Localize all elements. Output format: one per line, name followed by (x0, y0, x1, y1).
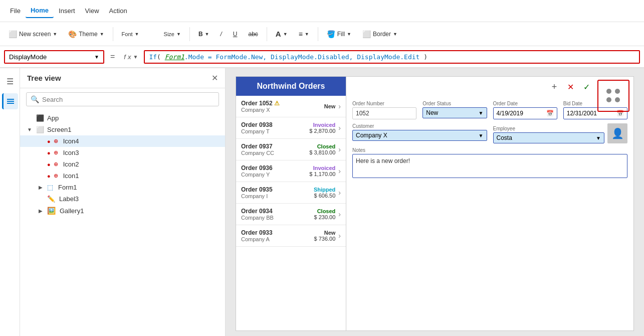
new-screen-caret: ▼ (53, 32, 57, 37)
fill-icon: 🪣 (327, 30, 335, 38)
add-button[interactable]: + (547, 80, 561, 94)
svg-rect-1 (7, 101, 14, 102)
notes-input[interactable]: Here is a new order! (352, 154, 627, 178)
tree-item-icon4[interactable]: ● ⊕ Icon4 (20, 135, 225, 147)
theme-button[interactable]: 🎨 Theme ▼ (64, 28, 108, 41)
underline-button[interactable]: U (229, 28, 242, 40)
employee-photo: 👤 (607, 123, 627, 143)
property-dropdown[interactable]: DisplayMode ▼ (4, 50, 104, 64)
icon3-add: ⊕ (54, 149, 58, 156)
order-item-0935[interactable]: Order 0935 Company I Shipped $ 606.50 › (236, 182, 346, 204)
align-button[interactable]: ≡ ▼ (294, 28, 314, 41)
order-item-0934[interactable]: Order 0934 Company BB Closed $ 230.00 › (236, 204, 346, 225)
main-layout: ☰ Tree view ✕ 🔍 ⬛ App (0, 68, 644, 336)
employee-select[interactable]: Costa ▼ (493, 132, 605, 143)
border-button[interactable]: ⬜ Border ▼ (358, 28, 402, 41)
sidebar-header: Tree view ✕ (20, 68, 225, 88)
menu-action[interactable]: Action (104, 4, 132, 18)
tree-item-form1[interactable]: ▶ ⬚ Form1 (20, 182, 225, 193)
bold-caret: ▼ (205, 32, 209, 37)
menu-file[interactable]: File (5, 4, 26, 18)
formula-input[interactable]: If( Form1.Mode = FormMode.New, DisplayMo… (144, 50, 640, 64)
screen1-label: Screen1 (47, 126, 71, 133)
search-input[interactable] (42, 96, 214, 103)
layers-button[interactable] (2, 93, 18, 109)
order-date-field: Order Date 4/19/2019 📅 (493, 101, 557, 119)
ribbon-sep-1 (113, 27, 113, 41)
menu-home[interactable]: Home (26, 4, 54, 18)
italic-button[interactable]: / (216, 28, 226, 40)
strikethrough-button[interactable]: abc (244, 28, 263, 40)
order-item-0937[interactable]: Order 0937 Company CC Closed $ 3,810.00 … (236, 139, 346, 160)
order-status-value: New (426, 109, 438, 116)
left-nav: ☰ (0, 68, 20, 336)
ribbon-sep-3 (267, 27, 267, 41)
dot-bl (606, 97, 611, 102)
sidebar-title: Tree view (27, 74, 61, 82)
hamburger-menu-button[interactable]: ☰ (2, 73, 18, 89)
form-action-buttons: + ✕ ✓ (547, 80, 593, 94)
confirm-button[interactable]: ✓ (579, 80, 593, 94)
sidebar-close-button[interactable]: ✕ (211, 73, 218, 83)
status-dropdown-icon: ▼ (479, 110, 484, 116)
dot-br (615, 97, 620, 102)
tree-item-icon3[interactable]: ● ⊕ Icon3 (20, 147, 225, 158)
tree-item-app[interactable]: ⬛ App (20, 112, 225, 124)
chevron-icon-0936: › (338, 167, 341, 175)
nw-container: Northwind Orders Order 1052 ⚠ Company X (236, 77, 633, 330)
equals-sign: = (107, 52, 118, 61)
form-fields: Order Number 1052 Order Status New ▼ (352, 101, 627, 178)
font-size-caret: ▼ (176, 32, 181, 37)
canvas-area: Northwind Orders Order 1052 ⚠ Company X (226, 68, 644, 336)
order-item-0936[interactable]: Order 0936 Company Y Invoiced $ 1,170.00… (236, 160, 346, 182)
tree-item-icon2[interactable]: ● ⊕ Icon2 (20, 158, 225, 170)
icon1-add: ⊕ (54, 173, 58, 179)
font-family-dropdown[interactable]: Font ▼ (117, 29, 157, 40)
order-date-input[interactable]: 4/19/2019 📅 (493, 107, 557, 119)
font-color-button[interactable]: A ▼ (271, 27, 292, 41)
sidebar: Tree view ✕ 🔍 ⬛ App ▼ ⬜ Screen1 (20, 68, 226, 336)
theme-icon: 🎨 (68, 30, 77, 38)
customer-select[interactable]: Company X ▼ (352, 130, 487, 141)
bid-date-value: 12/31/2001 (567, 110, 597, 117)
fill-button[interactable]: 🪣 Fill ▼ (322, 28, 356, 41)
employee-label: Employee (493, 126, 605, 131)
form-icon: ⬚ (47, 184, 53, 191)
tree-item-icon1[interactable]: ● ⊕ Icon1 (20, 170, 225, 182)
order-item-1052[interactable]: Order 1052 ⚠ Company X New › (236, 96, 346, 117)
tree-item-screen1[interactable]: ▼ ⬜ Screen1 (20, 124, 225, 135)
ribbon-sep-4 (318, 27, 318, 41)
formula-bar: DisplayMode ▼ = fx ▼ If( Form1.Mode = Fo… (0, 46, 644, 68)
app-label: App (47, 114, 59, 122)
new-screen-button[interactable]: ⬜ New screen ▼ (4, 28, 62, 41)
cancel-button[interactable]: ✕ (563, 80, 577, 94)
notes-label: Notes (352, 147, 627, 153)
tree-item-gallery1[interactable]: ▶ 🖼️ Gallery1 (20, 205, 225, 217)
menu-insert[interactable]: Insert (54, 4, 80, 18)
font-size-dropdown[interactable]: Size ▼ (159, 29, 185, 40)
screen-icon: ⬜ (36, 126, 44, 133)
dot-tr (615, 89, 620, 94)
bold-button[interactable]: B ▼ (194, 28, 214, 40)
icon4-element[interactable] (597, 80, 629, 112)
order-status-select[interactable]: New ▼ (422, 107, 487, 118)
border-caret: ▼ (393, 32, 397, 37)
menu-view[interactable]: View (80, 4, 104, 18)
search-box[interactable]: 🔍 (26, 92, 219, 106)
order-item-0938[interactable]: Order 0938 Company T Invoiced $ 2,870.00… (236, 117, 346, 139)
customer-field: Customer Company X ▼ (352, 123, 487, 143)
customer-value: Company X (356, 132, 387, 139)
employee-dropdown-icon: ▼ (596, 135, 601, 141)
font-family-caret: ▼ (135, 32, 139, 37)
nw-form-panel: + ✕ ✓ Order Number 1052 Order Status (346, 77, 633, 330)
order-item-0933[interactable]: Order 0933 Company A New $ 736.00 › (236, 225, 346, 247)
tree-item-label3[interactable]: ✏️ Label3 (20, 193, 225, 205)
gallery-icon: 🖼️ (47, 207, 56, 215)
order-status-label: Order Status (422, 101, 487, 106)
icon4-red-dot: ● (47, 138, 51, 144)
theme-caret: ▼ (100, 32, 104, 37)
align-caret: ▼ (305, 32, 309, 37)
fx-label: fx ▼ (121, 53, 141, 61)
icon2-label: Icon2 (63, 160, 79, 168)
app-preview: Northwind Orders Order 1052 ⚠ Company X (236, 76, 634, 331)
